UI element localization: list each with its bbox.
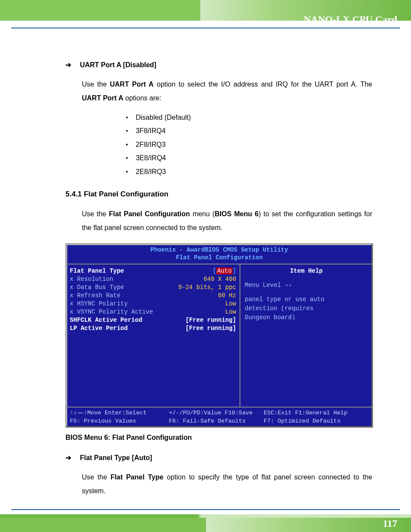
flat-config-paragraph: Use the Flat Panel Configuration menu (B…: [82, 207, 372, 235]
text: menu (: [190, 210, 215, 218]
bios-label: SHFCLK Active Period: [70, 316, 142, 324]
bios-value: 640 X 480: [198, 275, 236, 283]
page-number: 117: [383, 518, 397, 529]
bios-footer-cell: F6: Fail-Safe Defaults: [169, 417, 264, 425]
bios-title-line1: Phoenix - AwardBIOS CMOS Setup Utility: [150, 246, 288, 253]
bios-left-panel: Flat Panel Type[Auto] x Resolution640 X …: [66, 264, 240, 407]
bios-value: 60 Hz: [213, 292, 236, 300]
chevron-right-icon: ▸▸: [285, 282, 293, 289]
top-divider: [11, 28, 400, 28]
uart-heading-text: UART Port A [Disabled]: [80, 61, 156, 68]
bios-help-panel: Item Help Menu Level▸▸ panel type or use…: [240, 264, 372, 407]
bios-menu-level-label: Menu Level: [245, 282, 281, 289]
footer-band-lower: [0, 518, 411, 532]
fpt-paragraph: Use the Flat Panel Type option to specif…: [82, 470, 372, 498]
bios-help-line: panel type or use auto: [245, 296, 368, 304]
list-item: 2E8/IRQ3: [126, 167, 372, 177]
bios-footer: ↑↓→←:Move Enter:Select+/-/PU/PD:Value F1…: [66, 408, 372, 426]
text: Use the: [82, 210, 109, 218]
bios-selected-value: Auto: [216, 268, 233, 274]
bios-title-line2: Flat Panel Configuration: [176, 254, 263, 261]
bios-help-line: detection (requires: [245, 305, 368, 313]
uart-paragraph: Use the UART Port A option to select the…: [82, 78, 372, 105]
arrow-icon: ➔: [65, 61, 71, 68]
bios-label: x Refresh Rate: [70, 292, 121, 300]
list-item: 3F8/IRQ4: [126, 126, 372, 136]
bios-value-text: Free running: [189, 325, 233, 332]
arrow-icon: ➔: [65, 454, 71, 461]
text-bold: UART Port A: [82, 94, 123, 102]
list-item: 2F8/IRQ3: [126, 140, 372, 149]
bios-label: x Resolution: [70, 275, 113, 283]
bios-label: x HSYNC Polarity: [70, 300, 128, 308]
bios-help-title: Item Help: [245, 267, 368, 275]
text: options are:: [123, 94, 161, 102]
section-heading-541: 5.4.1 Flat Panel Configuration: [65, 190, 372, 199]
text: Use the: [82, 81, 110, 88]
bios-menu-level: Menu Level▸▸: [245, 281, 368, 289]
uart-options-list: Disabled (Default) 3F8/IRQ4 2F8/IRQ3 3E8…: [126, 113, 372, 177]
bios-label: LP Active Period: [70, 324, 128, 333]
text-bold: BIOS Menu 6: [215, 210, 258, 218]
bios-footer-cell: F5: Previous Values: [70, 417, 169, 425]
text: Use the: [82, 473, 110, 481]
bios-label: Flat Panel Type: [70, 267, 124, 275]
bios-footer-cell: ↑↓→←:Move Enter:Select: [70, 409, 169, 417]
bios-value: 9-24 bits, 1 ppc: [173, 283, 236, 292]
bios-value: [Free running]: [180, 316, 236, 324]
bios-screenshot: Phoenix - AwardBIOS CMOS Setup Utility F…: [65, 243, 373, 428]
page-content: ➔ UART Port A [Disabled] Use the UART Po…: [65, 60, 372, 498]
list-item: 3E8/IRQ4: [126, 153, 372, 163]
fpt-heading: ➔ Flat Panel Type [Auto]: [65, 453, 372, 463]
footer-band-upper: [0, 514, 411, 518]
bios-value-text: Free running: [189, 317, 233, 324]
text-bold: Flat Panel Type: [110, 473, 163, 481]
bios-value: [Auto]: [208, 267, 236, 275]
text-bold: Flat Panel Configuration: [109, 210, 190, 218]
bios-label: x VSYNC Polarity Active: [70, 308, 153, 316]
bios-title: Phoenix - AwardBIOS CMOS Setup Utility F…: [66, 244, 372, 264]
fpt-heading-text: Flat Panel Type [Auto]: [80, 454, 152, 461]
text-bold: UART Port A: [110, 81, 154, 88]
bios-help-line: Dungeon board): [245, 314, 368, 322]
header-title: NANO-LX CPU Card: [304, 14, 397, 25]
uart-heading: ➔ UART Port A [Disabled]: [65, 60, 372, 70]
bios-footer-cell: ESC:Exit F1:General Help: [264, 409, 358, 417]
bios-value: [Free running]: [180, 324, 236, 333]
bios-label: x Data Bus Type: [70, 283, 124, 292]
bios-footer-cell: +/-/PU/PD:Value F10:Save: [169, 409, 264, 417]
figure-caption: BIOS Menu 6: Flat Panel Configuration: [65, 433, 372, 442]
bios-footer-cell: F7: Optimized Defaults: [264, 417, 358, 425]
list-item: Disabled (Default): [126, 113, 372, 122]
text: option to select the I/O address and IRQ…: [154, 81, 372, 88]
bios-value: Low: [220, 308, 236, 316]
bottom-divider: [11, 509, 400, 510]
bios-value: Low: [220, 300, 236, 308]
